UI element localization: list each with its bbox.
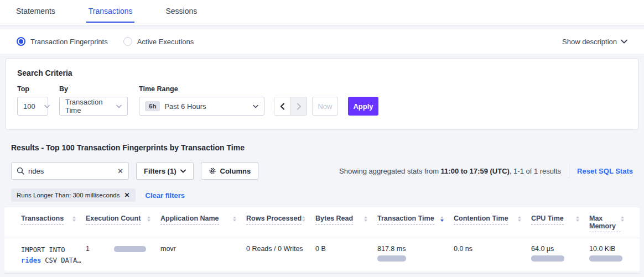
top-select-value: 100 — [23, 102, 35, 111]
column-header-cpu-time[interactable]: CPU Time — [531, 215, 589, 238]
reset-sql-stats-link[interactable]: Reset SQL Stats — [577, 167, 633, 175]
sort-carets-icon[interactable] — [621, 216, 624, 222]
sort-carets-icon-active[interactable] — [440, 216, 444, 222]
stats-time-range: 11:00 to 17:59 (UTC) — [441, 167, 510, 175]
bytes-read-cell: 0 B — [315, 238, 377, 273]
filters-button[interactable]: Filters (1) — [136, 162, 194, 180]
caret-left-icon — [280, 103, 285, 110]
by-select[interactable]: Transaction Time — [59, 97, 128, 116]
search-icon — [17, 167, 24, 175]
now-button[interactable]: Now — [312, 97, 338, 116]
max-memory-bar — [589, 255, 622, 262]
time-range-pager — [274, 97, 307, 116]
execution-count-bar — [114, 246, 146, 252]
view-mode-bar: Transaction Fingerprints Active Executio… — [0, 29, 644, 54]
sort-carets-icon[interactable] — [147, 216, 150, 222]
table-header-row: Transactions Execution Count Application… — [4, 215, 640, 238]
active-filters-row: Runs Longer Than: 300 milliseconds ✕ Cle… — [11, 189, 633, 202]
chevron-down-icon — [253, 104, 258, 108]
top-label: Top — [17, 85, 59, 93]
page-tabbar: Statements Transactions Sessions — [0, 0, 644, 25]
tab-sessions[interactable]: Sessions — [163, 0, 199, 23]
sort-carets-icon[interactable] — [364, 216, 367, 222]
transaction-fingerprint-link[interactable]: rides — [21, 257, 41, 264]
show-description-toggle[interactable]: Show description — [562, 38, 627, 46]
caret-right-icon — [297, 103, 302, 110]
tab-transactions[interactable]: Transactions — [86, 0, 135, 23]
clear-search-icon[interactable]: ✕ — [117, 168, 123, 175]
radio-selected-icon — [17, 37, 25, 46]
chevron-down-icon — [116, 104, 122, 108]
chevron-down-icon — [621, 39, 627, 44]
radio-label: Transaction Fingerprints — [30, 38, 108, 46]
execution-count-cell: 1 — [86, 238, 160, 273]
top-select[interactable]: 100 — [17, 97, 48, 116]
results-toolbar: ✕ Filters (1) Columns Showing aggregated… — [11, 162, 633, 180]
search-criteria-card: Search Criteria Top 100 By Transaction T… — [6, 58, 638, 130]
sort-carets-icon[interactable] — [302, 216, 305, 222]
filter-chip: Runs Longer Than: 300 milliseconds ✕ — [11, 189, 136, 202]
time-range-badge: 6h — [145, 101, 160, 111]
time-range-label: Time Range — [139, 85, 264, 93]
tab-statements[interactable]: Statements — [14, 0, 58, 23]
column-header-bytes-read[interactable]: Bytes Read — [315, 215, 377, 238]
gear-icon — [209, 167, 216, 175]
column-header-contention-time[interactable]: Contention Time — [454, 215, 531, 238]
time-range-select[interactable]: 6h Past 6 Hours — [139, 97, 264, 116]
by-label: By — [59, 85, 139, 93]
aggregated-stats-text: Showing aggregated stats from 11:00 to 1… — [339, 167, 561, 175]
search-criteria-title: Search Criteria — [17, 69, 627, 77]
transaction-fingerprint-cell[interactable]: IMPORT INTO rides CSV DATA… — [21, 238, 86, 273]
rows-processed-cell: 0 Reads / 0 Writes — [246, 238, 315, 273]
transaction-time-cell: 817.8 ms — [377, 238, 454, 273]
filters-label: Filters (1) — [144, 167, 176, 175]
sort-carets-icon[interactable] — [576, 216, 579, 222]
radio-unselected-icon — [123, 37, 132, 46]
table-row: IMPORT INTO rides CSV DATA… 1 movr 0 Rea… — [4, 238, 640, 274]
sort-carets-icon[interactable] — [518, 216, 521, 222]
columns-button[interactable]: Columns — [201, 162, 259, 180]
radio-active-executions[interactable]: Active Executions — [123, 37, 194, 46]
search-box[interactable]: ✕ — [11, 162, 129, 180]
max-memory-cell: 10.0 KiB — [589, 238, 634, 273]
cpu-time-cell: 64.0 µs — [531, 238, 589, 273]
radio-transaction-fingerprints[interactable]: Transaction Fingerprints — [17, 37, 108, 46]
time-range-value: Past 6 Hours — [164, 102, 206, 111]
divider — [569, 164, 569, 178]
sort-carets-icon[interactable] — [233, 216, 236, 222]
results-heading: Results - Top 100 Transaction Fingerprin… — [11, 143, 633, 152]
column-header-rows-processed[interactable]: Rows Processed — [246, 215, 315, 238]
transaction-time-bar — [377, 255, 406, 262]
cpu-time-bar — [531, 255, 564, 262]
chevron-down-icon — [44, 104, 50, 108]
results-table: Transactions Execution Count Application… — [4, 207, 640, 271]
time-range-prev-button[interactable] — [274, 97, 290, 115]
search-input[interactable] — [28, 167, 113, 175]
column-header-execution-count[interactable]: Execution Count — [86, 215, 160, 238]
column-header-transactions[interactable]: Transactions — [21, 215, 86, 238]
contention-time-cell: 0.0 ns — [454, 238, 531, 273]
columns-label: Columns — [220, 167, 251, 175]
column-header-transaction-time[interactable]: Transaction Time — [377, 215, 454, 238]
column-header-application-name[interactable]: Application Name — [160, 215, 246, 238]
sort-carets-icon[interactable] — [72, 216, 76, 222]
by-select-value: Transaction Time — [65, 98, 107, 114]
application-name-cell: movr — [160, 238, 246, 273]
radio-label: Active Executions — [137, 38, 194, 46]
time-range-next-button[interactable] — [290, 97, 307, 115]
chevron-down-icon — [180, 169, 186, 173]
apply-button[interactable]: Apply — [348, 97, 378, 116]
column-header-max-memory[interactable]: Max Memory — [589, 215, 634, 238]
clear-filters-link[interactable]: Clear filters — [146, 191, 185, 200]
remove-filter-icon[interactable]: ✕ — [124, 191, 129, 199]
filter-chip-label: Runs Longer Than: 300 milliseconds — [17, 192, 120, 198]
show-description-label: Show description — [562, 38, 617, 46]
